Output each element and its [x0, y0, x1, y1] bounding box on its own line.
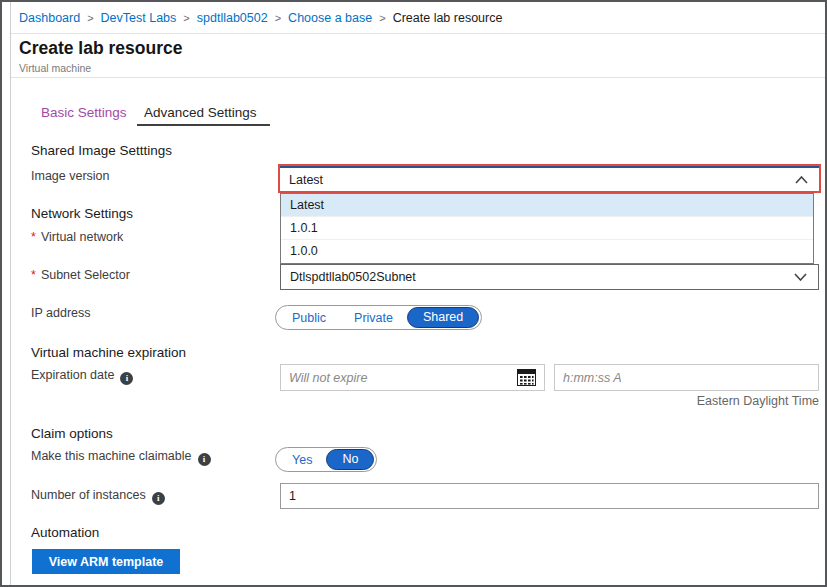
subnet-selector-label: *Subnet Selector — [31, 268, 130, 282]
breadcrumb-current: Create lab resource — [393, 11, 503, 25]
page-subtitle: Virtual machine — [19, 62, 91, 74]
breadcrumb-link-devtest-labs[interactable]: DevTest Labs — [101, 11, 177, 25]
image-version-dropdown: Latest 1.0.1 1.0.0 — [280, 193, 814, 264]
section-title-automation: Automation — [31, 525, 99, 540]
section-title-expiration: Virtual machine expiration — [31, 345, 186, 360]
ip-address-label: IP address — [31, 306, 91, 320]
create-lab-resource-blade: Dashboard>DevTest Labs>spdtllab0502>Choo… — [0, 0, 827, 587]
dropdown-option-1-0-1[interactable]: 1.0.1 — [281, 217, 813, 240]
chevron-down-icon — [794, 270, 807, 284]
ip-option-shared[interactable]: Shared — [407, 307, 479, 328]
breadcrumb-separator-icon: > — [275, 12, 281, 24]
instances-label: Number of instancesi — [31, 488, 165, 505]
info-icon[interactable]: i — [152, 492, 165, 505]
breadcrumb-link-dashboard[interactable]: Dashboard — [19, 11, 80, 25]
breadcrumb-link-choose-a-base[interactable]: Choose a base — [288, 11, 372, 25]
claim-option-no[interactable]: No — [326, 449, 374, 470]
virtual-network-label: *Virtual network — [31, 230, 123, 244]
section-title-claim: Claim options — [31, 426, 113, 441]
required-asterisk: * — [31, 230, 36, 244]
subnet-select[interactable]: Dtlspdtllab0502Subnet — [280, 264, 819, 290]
section-title-shared-image: Shared Image Setttings — [31, 143, 172, 158]
claim-option-yes[interactable]: Yes — [278, 453, 326, 467]
dropdown-option-latest[interactable]: Latest — [281, 194, 813, 217]
breadcrumb-separator-icon: > — [379, 12, 385, 24]
image-version-select[interactable]: Latest — [278, 164, 821, 193]
info-icon[interactable]: i — [198, 453, 211, 466]
section-title-network: Network Settings — [31, 206, 133, 221]
image-version-selected-value: Latest — [289, 173, 323, 187]
breadcrumb-link-spdtllab0502[interactable]: spdtllab0502 — [197, 11, 268, 25]
header-divider — [11, 77, 825, 78]
breadcrumb: Dashboard>DevTest Labs>spdtllab0502>Choo… — [19, 11, 502, 25]
timezone-label: Eastern Daylight Time — [554, 394, 819, 408]
breadcrumb-separator-icon: > — [87, 12, 93, 24]
ip-option-private[interactable]: Private — [340, 311, 407, 325]
expiration-time-input[interactable] — [554, 364, 819, 391]
dropdown-option-1-0-0[interactable]: 1.0.0 — [281, 240, 813, 263]
blade-edge-divider — [10, 2, 11, 585]
page-title: Create lab resource — [19, 38, 182, 59]
chevron-up-icon — [795, 173, 808, 187]
breadcrumb-divider — [11, 33, 825, 34]
tab-advanced-settings[interactable]: Advanced Settings — [144, 105, 257, 120]
tab-basic-settings[interactable]: Basic Settings — [41, 105, 127, 120]
ip-address-toggle: Public Private Shared — [275, 305, 482, 330]
claimable-label: Make this machine claimablei — [31, 449, 211, 466]
active-tab-underline — [137, 124, 270, 126]
expiration-date-input[interactable] — [280, 364, 545, 391]
info-icon[interactable]: i — [120, 372, 133, 385]
ip-option-public[interactable]: Public — [278, 311, 340, 325]
instances-input[interactable] — [280, 483, 819, 509]
required-asterisk: * — [31, 268, 36, 282]
breadcrumb-separator-icon: > — [183, 12, 189, 24]
expiration-date-label: Expiration datei — [31, 368, 133, 385]
image-version-label: Image version — [31, 169, 110, 183]
subnet-selected-value: Dtlspdtllab0502Subnet — [290, 270, 416, 284]
calendar-icon[interactable] — [517, 369, 536, 386]
view-arm-template-button[interactable]: View ARM template — [32, 549, 180, 574]
claimable-toggle: Yes No — [275, 447, 377, 472]
